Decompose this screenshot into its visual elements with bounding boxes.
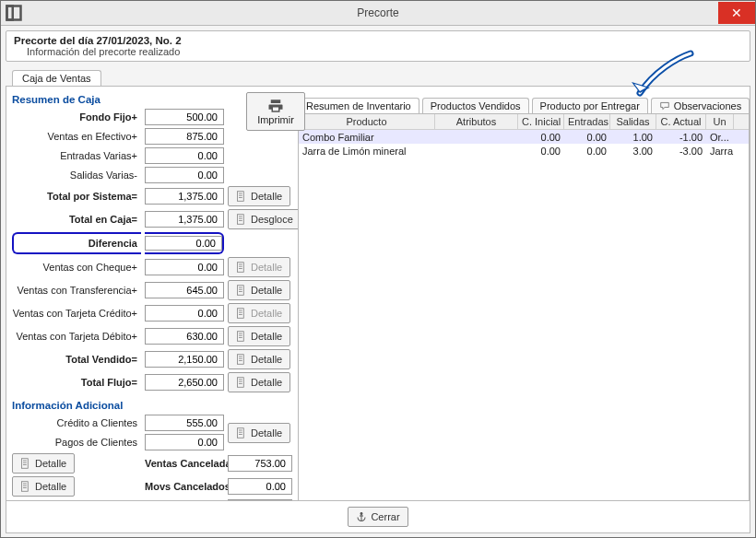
cell: Or...: [706, 130, 734, 144]
inv-tab-2[interactable]: Producto por Entregar: [532, 98, 648, 113]
detalle-button: Detalle: [228, 257, 290, 277]
bubble-icon: [659, 101, 670, 111]
inventory-tabs: Resumen de InventarioProductos VendidosP…: [298, 92, 750, 114]
row-value[interactable]: [145, 211, 224, 228]
svg-rect-38: [22, 459, 29, 469]
table-row[interactable]: Jarra de Limón mineral0.000.003.00-3.00J…: [299, 144, 749, 158]
cerrar-label: Cerrar: [371, 511, 399, 522]
row-value[interactable]: [145, 328, 224, 345]
main-tabs: Caja de Ventas: [12, 69, 755, 86]
grid-col-header[interactable]: Un: [706, 114, 734, 129]
left-column: Resumen de Caja Fondo Fijo+Ventas en Efe…: [12, 92, 292, 527]
row-value[interactable]: [145, 109, 224, 125]
diferencia-label: Diferencia: [12, 232, 141, 254]
detalle-button[interactable]: Detalle: [12, 453, 75, 474]
doc-icon: [236, 262, 247, 273]
row-label: Fondo Fijo+: [12, 111, 141, 123]
detalle-button[interactable]: Detalle: [228, 186, 290, 206]
tab-caja-ventas[interactable]: Caja de Ventas: [12, 70, 101, 86]
row-label: Total en Caja=: [12, 214, 141, 225]
svg-rect-14: [238, 286, 244, 296]
grid-col-header[interactable]: Entradas: [564, 114, 610, 129]
svg-rect-22: [238, 332, 244, 342]
row-value[interactable]: [145, 167, 224, 183]
svg-rect-26: [238, 355, 244, 365]
cell: [435, 130, 518, 144]
detalle-button[interactable]: Detalle: [228, 423, 290, 443]
resumen-caja-rows: Fondo Fijo+Ventas en Efectivo+Entradas V…: [12, 109, 292, 392]
svg-rect-30: [238, 378, 244, 388]
row-value[interactable]: [145, 259, 224, 275]
svg-rect-6: [238, 215, 244, 225]
inv-tab-0[interactable]: Resumen de Inventario: [298, 98, 419, 113]
print-button-wrap: Imprimir: [246, 92, 305, 131]
grid-header: ProductoAtributosC. InicialEntradasSalid…: [299, 114, 749, 130]
doc-icon: [236, 191, 247, 202]
detalle-button[interactable]: Detalle: [228, 326, 290, 346]
grid-col-header[interactable]: C. Inicial: [518, 114, 564, 129]
detalle-button[interactable]: Detalle: [228, 349, 290, 369]
desgloce-button[interactable]: Desgloce: [228, 209, 301, 229]
detalle-button[interactable]: Detalle: [228, 280, 290, 300]
print-button[interactable]: Imprimir: [246, 92, 305, 131]
right-column: Resumen de InventarioProductos VendidosP…: [298, 92, 750, 527]
row-value[interactable]: [145, 147, 224, 164]
cell: -3.00: [656, 144, 706, 158]
row-label: Crédito a Clientes: [12, 417, 141, 428]
cell: Jarra: [706, 144, 734, 158]
row-label: Ventas con Cheque+: [12, 262, 141, 273]
row-label: Total Flujo=: [12, 377, 141, 388]
row-label: Total Vendido=: [12, 354, 141, 365]
inventory-grid: ProductoAtributosC. InicialEntradasSalid…: [298, 114, 750, 527]
print-label: Imprimir: [257, 114, 294, 125]
cell: 3.00: [610, 144, 656, 158]
row-label: Ventas con Tarjeta Débito+: [12, 331, 141, 342]
row-label: Movs Cancelados: [145, 481, 224, 492]
row-label: Pagos de Clientes: [12, 437, 141, 448]
inv-tab-3[interactable]: Observaciones: [651, 98, 750, 113]
detalle-button: Detalle: [228, 303, 290, 323]
grid-col-header[interactable]: C. Actual: [656, 114, 706, 129]
window-title: Precorte: [1, 6, 755, 19]
detalle-button[interactable]: Detalle: [12, 476, 75, 497]
row-value[interactable]: [145, 188, 224, 205]
svg-rect-2: [238, 192, 244, 202]
row-label: Ventas con Transferencia+: [12, 285, 141, 296]
precorte-window: Precorte ✕ Precorte del día 27/01/2023, …: [0, 0, 756, 538]
inv-tab-1[interactable]: Productos Vendidos: [422, 98, 529, 113]
row-value[interactable]: [145, 415, 224, 431]
svg-rect-18: [238, 309, 244, 319]
cell: 0.00: [518, 130, 564, 144]
doc-icon: [236, 308, 247, 319]
info-adicional-header: Información Adicional: [12, 400, 292, 411]
row-value[interactable]: [228, 455, 292, 472]
doc-icon: [20, 481, 31, 492]
row-value[interactable]: [145, 351, 224, 368]
row-value[interactable]: [228, 478, 292, 495]
svg-rect-10: [238, 263, 244, 273]
grid-col-header[interactable]: Salidas: [610, 114, 656, 129]
grid-col-header[interactable]: Atributos: [435, 114, 518, 129]
table-row[interactable]: Combo Familiar0.000.001.00-1.00Or...: [299, 130, 749, 144]
row-value[interactable]: [145, 282, 224, 298]
doc-icon: [20, 458, 31, 469]
row-value[interactable]: [145, 374, 224, 391]
row-value[interactable]: [145, 128, 224, 145]
row-value[interactable]: [145, 434, 224, 450]
row-label: Ventas Canceladas: [145, 458, 224, 469]
row-value[interactable]: [145, 236, 222, 251]
main-panel: Imprimir Resumen de Caja Fondo Fijo+Vent…: [6, 86, 750, 533]
detalle-button[interactable]: Detalle: [228, 372, 290, 392]
row-value[interactable]: [145, 305, 224, 322]
printer-icon: [267, 98, 284, 114]
row-label: Ventas con Tarjeta Crédito+: [12, 308, 141, 319]
cell: [435, 144, 518, 158]
precorte-title: Precorte del día 27/01/2023, No. 2: [14, 35, 742, 46]
cell: 0.00: [564, 130, 610, 144]
cerrar-button[interactable]: Cerrar: [348, 507, 408, 527]
doc-icon: [236, 427, 247, 439]
grid-col-header[interactable]: Producto: [299, 114, 435, 129]
doc-icon: [236, 285, 247, 296]
row-label: Salidas Varias-: [12, 170, 141, 181]
cell: 1.00: [610, 130, 656, 144]
